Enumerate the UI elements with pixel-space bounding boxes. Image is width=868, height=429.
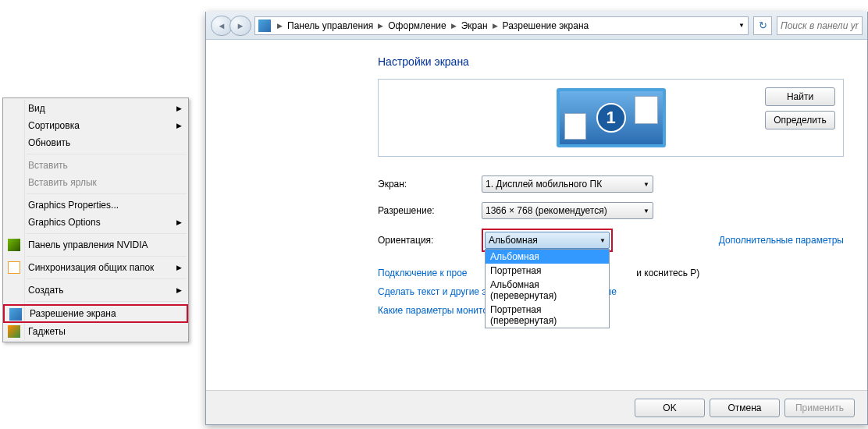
- separator: [27, 154, 187, 154]
- chevron-down-icon: ▼: [643, 207, 649, 214]
- sync-icon: [8, 261, 20, 274]
- projector-link[interactable]: Подключение к прое: [378, 268, 468, 278]
- apply-button[interactable]: Применить: [784, 399, 855, 417]
- orientation-label: Ориентация:: [378, 235, 482, 246]
- orientation-highlight: Альбомная▼ Альбомная Портретная Альбомна…: [482, 229, 613, 252]
- orientation-option[interactable]: Портретная (перевернутая): [486, 303, 609, 328]
- search-input[interactable]: [781, 20, 859, 31]
- chevron-down-icon: ▼: [599, 237, 606, 244]
- control-panel-window: ◄ ► ▶ Панель управления ▶ Оформление ▶ Э…: [205, 12, 868, 425]
- gadgets-icon: [8, 325, 20, 338]
- chevron-right-icon: ▶: [176, 282, 182, 299]
- desktop-context-menu: Вид▶ Сортировка▶ Обновить Вставить Встав…: [2, 98, 189, 342]
- breadcrumb-item[interactable]: Оформление: [386, 20, 447, 31]
- cm-view[interactable]: Вид▶: [3, 100, 188, 117]
- breadcrumb-item[interactable]: Экран: [460, 20, 489, 31]
- resolution-icon: [9, 308, 22, 321]
- arrow-left-icon: ◄: [218, 21, 226, 30]
- nvidia-icon: [8, 239, 20, 251]
- refresh-button[interactable]: ↻: [753, 16, 772, 35]
- find-button[interactable]: Найти: [765, 87, 835, 106]
- chevron-right-icon: ▶: [274, 22, 286, 30]
- separator: [27, 301, 187, 302]
- resolution-label: Разрешение:: [378, 205, 482, 216]
- orientation-option[interactable]: Альбомная: [486, 250, 609, 264]
- orientation-select[interactable]: Альбомная▼: [485, 232, 610, 249]
- cm-gadgets[interactable]: Гаджеты: [3, 323, 188, 340]
- cm-create[interactable]: Создать▶: [3, 282, 188, 299]
- search-input-container: [777, 16, 863, 35]
- cm-graphics-properties[interactable]: Graphics Properties...: [3, 197, 188, 214]
- chevron-down-icon[interactable]: ▼: [738, 22, 745, 29]
- chevron-down-icon: ▼: [643, 181, 649, 188]
- titlebar: ◄ ► ▶ Панель управления ▶ Оформление ▶ Э…: [206, 12, 867, 40]
- separator: [27, 278, 187, 279]
- dialog-footer: OK Отмена Применить: [206, 390, 867, 424]
- resolution-select[interactable]: 1366 × 768 (рекомендуется)▼: [482, 202, 653, 219]
- separator: [27, 233, 187, 234]
- control-panel-icon: [258, 20, 271, 32]
- separator: [27, 256, 187, 257]
- ok-button[interactable]: OK: [635, 399, 705, 417]
- cm-sync-folders[interactable]: Синхронизация общих папок▶: [3, 259, 188, 276]
- monitor-preview: 1 Найти Определить: [378, 79, 844, 157]
- breadcrumb[interactable]: ▶ Панель управления ▶ Оформление ▶ Экран…: [254, 16, 749, 35]
- cm-graphics-options[interactable]: Graphics Options▶: [3, 214, 188, 231]
- chevron-right-icon: ▶: [176, 214, 182, 231]
- screen-select[interactable]: 1. Дисплей мобильного ПК▼: [482, 176, 653, 193]
- breadcrumb-item[interactable]: Разрешение экрана: [501, 20, 591, 31]
- screen-label: Экран:: [378, 179, 482, 190]
- cm-paste: Вставить: [3, 157, 188, 174]
- page-title: Настройки экрана: [378, 55, 844, 68]
- chevron-right-icon: ▶: [375, 22, 386, 30]
- which-monitor-link[interactable]: Какие параметры монитора следует выбрать…: [378, 305, 844, 316]
- preview-window-icon: [635, 96, 658, 124]
- arrow-right-icon: ►: [237, 21, 245, 30]
- text-size-link[interactable]: Сделать текст и другие элементы больше и…: [378, 286, 844, 297]
- orientation-option[interactable]: Альбомная (перевернутая): [486, 278, 609, 303]
- cm-screen-resolution[interactable]: Разрешение экрана: [3, 304, 188, 323]
- nav-forward-button[interactable]: ►: [229, 16, 251, 36]
- advanced-settings-link[interactable]: Дополнительные параметры: [719, 235, 844, 246]
- orientation-option[interactable]: Портретная: [486, 264, 609, 278]
- projector-hint: Подключение к прое xxxxxxxxxxxxxxxxxxxxx…: [378, 268, 844, 278]
- cancel-button[interactable]: Отмена: [710, 399, 780, 417]
- chevron-right-icon: ▶: [176, 100, 182, 117]
- chevron-right-icon: ▶: [176, 259, 182, 276]
- detect-button[interactable]: Определить: [765, 111, 835, 129]
- cm-nvidia[interactable]: Панель управления NVIDIA: [3, 236, 188, 254]
- orientation-dropdown: Альбомная Портретная Альбомная (переверн…: [485, 249, 610, 328]
- monitor-number-badge: 1: [596, 103, 626, 133]
- chevron-right-icon: ▶: [448, 22, 460, 30]
- separator: [27, 193, 187, 194]
- refresh-icon: ↻: [759, 20, 767, 31]
- monitor-thumbnail[interactable]: 1: [557, 88, 666, 147]
- cm-paste-shortcut: Вставить ярлык: [3, 174, 188, 191]
- cm-refresh[interactable]: Обновить: [3, 134, 188, 151]
- chevron-right-icon: ▶: [176, 117, 182, 134]
- cm-sort[interactable]: Сортировка▶: [3, 117, 188, 134]
- breadcrumb-item[interactable]: Панель управления: [286, 20, 375, 31]
- preview-window-icon: [564, 113, 586, 140]
- chevron-right-icon: ▶: [489, 22, 501, 30]
